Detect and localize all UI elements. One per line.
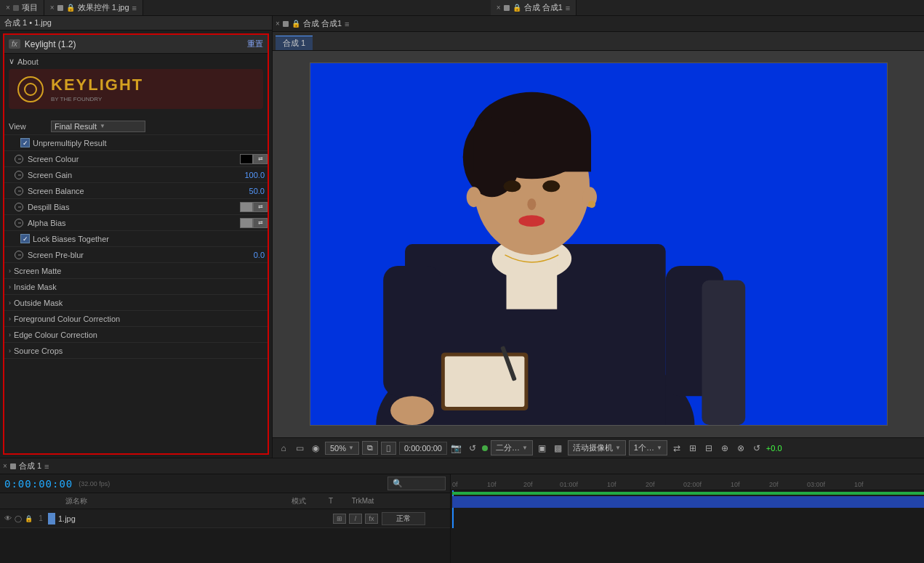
safe-zones-btn[interactable]: ⌷ (381, 442, 396, 455)
about-toggle[interactable]: ∨ About (9, 57, 263, 66)
monitor-icon[interactable]: ▭ (293, 442, 306, 455)
quality-dropdown[interactable]: 二分… ▼ (491, 440, 533, 455)
timeline-ruler: 0f 10f 20f 01:00f 10f 20f 02:00f 10f 20f… (451, 474, 924, 490)
lock-icon: 🔒 (66, 4, 75, 12)
views-dropdown-icon: ▼ (656, 445, 662, 451)
overexpose-icon[interactable]: ▩ (552, 442, 565, 455)
views-dropdown[interactable]: 1个… ▼ (629, 440, 667, 455)
timeline-tab-label: 合成 1 (19, 461, 41, 471)
composition-viewport (310, 62, 888, 426)
edge-cc-header[interactable]: › Edge Colour Correction (4, 327, 268, 343)
view-value: Final Result (55, 122, 97, 131)
screen-colour-row: Screen Colour ⇄ (4, 151, 268, 167)
region-icon[interactable]: ▣ (536, 442, 549, 455)
effects-tab[interactable]: × 🔒 效果控件 1.jpg ≡ (44, 0, 143, 15)
vr-icon[interactable]: ◉ (309, 442, 322, 455)
despill-stopwatch[interactable] (13, 201, 25, 213)
screen-preblur-value[interactable]: 0.0 (254, 251, 265, 259)
comp-close-btn[interactable]: × (276, 20, 280, 28)
screen-balance-stopwatch[interactable] (13, 185, 25, 197)
preblur-stopwatch[interactable] (13, 249, 25, 261)
right-panel: × 🔒 合成 合成1 ≡ 合成 1 (273, 16, 924, 458)
screen-gain-stopwatch[interactable] (13, 169, 25, 181)
screen-matte-arrow: › (9, 267, 11, 275)
layer-btn-fx[interactable]: fx (365, 514, 378, 524)
keylight-brand: KEYLIGHT BY THE FOUNDRY (51, 76, 143, 102)
layer-eye-icon[interactable]: 👁 (3, 514, 13, 524)
timeline-search[interactable]: 🔍 (387, 477, 446, 490)
screen-gain-row: Screen Gain 100.0 (4, 167, 268, 183)
top-tab-bar: × 项目 × 🔒 效果控件 1.jpg ≡ × 🔒 合成 合成1 ≡ (0, 0, 924, 16)
zoom-display[interactable]: 50% ▼ (325, 442, 359, 455)
source-crops-header[interactable]: › Source Crops (4, 343, 268, 359)
alpha-swatch[interactable] (240, 218, 253, 228)
screen-colour-arrow-btn[interactable]: ⇄ (253, 154, 268, 164)
frame-btn[interactable]: ⧉ (362, 441, 378, 455)
toggle5-icon[interactable]: ⊗ (734, 442, 747, 455)
toggle2-icon[interactable]: ⊞ (686, 442, 699, 455)
screen-matte-header[interactable]: › Screen Matte (4, 263, 268, 279)
comp-tab-label[interactable]: 合成 合成1 (524, 2, 563, 13)
comp-tabs-row: 合成 1 (273, 32, 924, 51)
layer-btn-2[interactable]: / (349, 514, 362, 524)
screen-balance-value[interactable]: 50.0 (249, 187, 265, 195)
outside-mask-header[interactable]: › Outside Mask (4, 295, 268, 311)
layer-name[interactable]: 1.jpg (58, 514, 332, 523)
comp-square-icon (504, 5, 510, 11)
timecode-display[interactable]: 0:00:00:00 (399, 442, 447, 455)
fg-cc-arrow: › (9, 315, 11, 323)
toggle3-icon[interactable]: ⊟ (702, 442, 715, 455)
timeline-menu-icon[interactable]: ≡ (44, 462, 49, 471)
unpremultiply-checkbox[interactable]: ✓ (20, 138, 30, 147)
home-icon[interactable]: ⌂ (277, 442, 290, 455)
inside-mask-header[interactable]: › Inside Mask (4, 279, 268, 295)
comp-menu-icon[interactable]: ≡ (566, 4, 570, 12)
toggle1-icon[interactable]: ⇄ (670, 442, 683, 455)
timeline-timecode[interactable]: 0:00:00:00 (4, 478, 73, 490)
comp-close-icon[interactable]: × (497, 4, 501, 12)
lock-biases-row: ✓ Lock Biases Together (4, 231, 268, 247)
composition-tab[interactable]: × 🔒 合成 合成1 ≡ (491, 0, 577, 15)
refresh-icon[interactable]: ↺ (466, 442, 479, 455)
toggle4-icon[interactable]: ⊕ (718, 442, 731, 455)
view-dropdown[interactable]: Final Result ▼ (51, 121, 145, 132)
ruler-mark-10f: 10f (487, 481, 497, 488)
ruler-mark-10f-2: 10f (607, 481, 616, 488)
alpha-arrow-btn[interactable]: ⇄ (253, 218, 268, 228)
screen-colour-swatch[interactable] (240, 154, 253, 164)
fg-cc-header[interactable]: › Foreground Colour Correction (4, 311, 268, 327)
layer-lock-icon[interactable]: 🔒 (23, 514, 33, 524)
fg-cc-label: Foreground Colour Correction (14, 315, 120, 323)
project-tab-label[interactable]: 项目 (22, 2, 38, 13)
effects-close-icon[interactable]: × (50, 4, 55, 12)
comp-right-menu[interactable]: ≡ (345, 20, 349, 28)
screen-gain-value[interactable]: 100.0 (244, 171, 265, 179)
reset-button[interactable]: 重置 (247, 39, 263, 49)
effects-header: fx Keylight (1.2) 重置 (4, 35, 268, 54)
quality-green-dot (482, 445, 488, 451)
camera-dropdown-icon: ▼ (615, 445, 621, 451)
despill-arrow-btn[interactable]: ⇄ (253, 202, 268, 212)
effects-tab-label[interactable]: 效果控件 1.jpg (78, 2, 129, 13)
timeline-close-icon[interactable]: × (3, 462, 7, 470)
layer-mode-select[interactable]: 正常 (382, 512, 425, 525)
layer-track[interactable] (452, 496, 924, 508)
camera-label: 活动摄像机 (573, 442, 613, 453)
toggle6-icon[interactable]: ↺ (750, 442, 763, 455)
alpha-stopwatch[interactable] (13, 217, 25, 229)
layer-btn-1[interactable]: ⊞ (333, 514, 346, 524)
screen-colour-stopwatch[interactable] (13, 153, 25, 165)
camera-dropdown[interactable]: 活动摄像机 ▼ (568, 440, 626, 455)
outside-mask-arrow: › (9, 299, 11, 307)
close-icon[interactable]: × (6, 4, 10, 12)
effects-title: Keylight (1.2) (25, 39, 243, 49)
layer-solo-icon[interactable]: ◯ (13, 514, 23, 524)
comp-lock-icon: 🔒 (513, 4, 521, 12)
effects-menu-icon[interactable]: ≡ (132, 4, 137, 12)
lock-biases-checkbox[interactable]: ✓ (20, 234, 30, 243)
despill-swatch[interactable] (240, 202, 253, 212)
project-tab[interactable]: × 项目 (0, 0, 44, 15)
camera-snap-icon[interactable]: 📷 (450, 442, 463, 455)
timeline-right: 0f 10f 20f 01:00f 10f 20f 02:00f 10f 20f… (451, 474, 924, 563)
comp1-tab[interactable]: 合成 1 (276, 36, 313, 50)
